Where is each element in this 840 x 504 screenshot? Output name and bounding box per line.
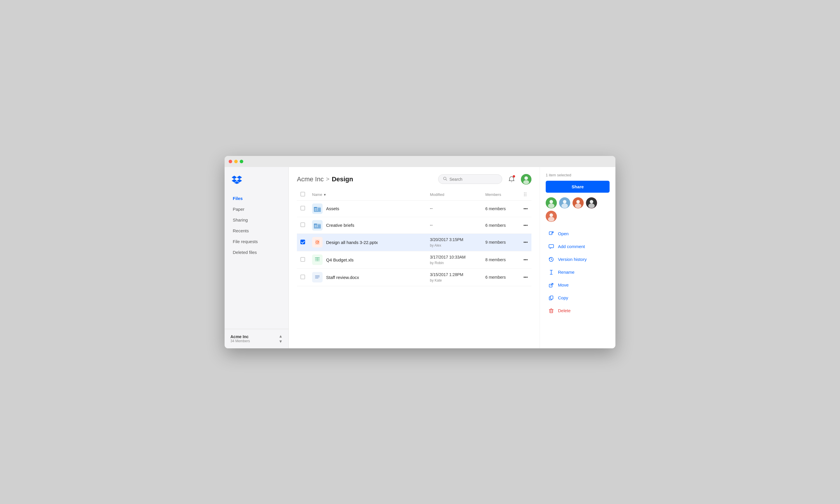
- svg-point-32: [548, 203, 555, 208]
- sidebar-item-deleted-files[interactable]: Deleted files: [229, 247, 284, 257]
- right-panel: 1 item selected Share: [540, 167, 615, 348]
- table-row[interactable]: Staff review.docx 3/15/2017 1:28PM by Ka…: [297, 268, 531, 286]
- row-options-icon[interactable]: •••: [524, 206, 528, 211]
- file-name-cell: Q4 Budget.xls: [312, 254, 423, 265]
- column-options-icon[interactable]: ⠿: [523, 192, 527, 198]
- copy-icon: [548, 295, 555, 301]
- row-options-icon[interactable]: •••: [524, 257, 528, 262]
- table-row[interactable]: Assets -- 6 members •••: [297, 200, 531, 217]
- sidebar-item-sharing[interactable]: Sharing: [229, 215, 284, 225]
- context-menu-open[interactable]: Open: [546, 228, 610, 240]
- svg-rect-53: [550, 296, 553, 299]
- app-body: Files Paper Sharing Recents File request…: [225, 167, 615, 348]
- sidebar-item-paper[interactable]: Paper: [229, 204, 284, 214]
- context-delete-label: Delete: [558, 308, 571, 313]
- svg-rect-46: [549, 245, 554, 248]
- file-members: 9 members: [485, 240, 506, 245]
- member-avatar-4[interactable]: [586, 197, 597, 209]
- file-modified: --: [430, 223, 433, 227]
- context-menu-rename[interactable]: Rename: [546, 266, 610, 278]
- svg-point-31: [549, 200, 553, 203]
- file-name-cell: Assets: [312, 203, 423, 214]
- row-checkbox-creative-briefs[interactable]: [300, 222, 305, 227]
- main-content: Acme Inc > Design: [289, 167, 540, 348]
- context-menu-delete[interactable]: Delete: [546, 305, 610, 317]
- share-button[interactable]: Share: [546, 181, 610, 193]
- file-modified: --: [430, 206, 433, 211]
- file-name-cell: Creative briefs: [312, 220, 423, 231]
- traffic-lights: [229, 160, 243, 163]
- table-row[interactable]: Design all hands 3-22.pptx 3/20/2017 3:1…: [297, 233, 531, 251]
- app-window: Files Paper Sharing Recents File request…: [225, 156, 615, 348]
- row-options-icon[interactable]: •••: [524, 275, 528, 280]
- row-options-icon[interactable]: •••: [524, 240, 528, 245]
- member-avatar-2[interactable]: [559, 197, 570, 209]
- context-menu-move[interactable]: Move: [546, 279, 610, 291]
- context-move-label: Move: [558, 283, 569, 287]
- file-name: Design all hands 3-22.pptx: [326, 240, 378, 245]
- select-all-checkbox[interactable]: [300, 192, 305, 196]
- row-checkbox-design-all-hands[interactable]: [300, 240, 305, 244]
- row-checkbox-q4-budget[interactable]: [300, 257, 305, 262]
- sidebar: Files Paper Sharing Recents File request…: [225, 167, 289, 348]
- breadcrumb-parent[interactable]: Acme Inc: [297, 176, 324, 183]
- workspace-name: Acme Inc: [230, 334, 250, 339]
- file-modified: 3/17/2017 10:33AM by Robin: [430, 254, 478, 266]
- sidebar-item-file-requests[interactable]: File requests: [229, 236, 284, 247]
- pptx-icon: [312, 237, 322, 248]
- table-row[interactable]: Q4 Budget.xls 3/17/2017 10:33AM by Robin: [297, 251, 531, 268]
- svg-rect-15: [315, 226, 316, 227]
- svg-point-20: [317, 242, 318, 243]
- nav-items: Files Paper Sharing Recents File request…: [225, 193, 288, 329]
- column-header-name[interactable]: Name ▼: [312, 192, 326, 197]
- file-name: Assets: [326, 206, 339, 211]
- context-menu: Open Add comment: [546, 228, 610, 317]
- member-avatar-3[interactable]: [573, 197, 584, 209]
- row-checkbox-assets[interactable]: [300, 206, 305, 211]
- member-avatar-1[interactable]: [546, 197, 557, 209]
- row-checkbox-staff-review[interactable]: [300, 275, 305, 279]
- file-name-cell: Design all hands 3-22.pptx: [312, 237, 423, 248]
- minimize-button[interactable]: [234, 160, 238, 163]
- context-menu-add-comment[interactable]: Add comment: [546, 240, 610, 253]
- row-options-icon[interactable]: •••: [524, 223, 528, 228]
- file-table: Name ▼ Modified Members ⠿: [297, 189, 531, 286]
- member-avatar-5[interactable]: [546, 211, 557, 222]
- svg-point-38: [575, 203, 581, 208]
- search-box[interactable]: [438, 174, 502, 184]
- table-row[interactable]: Creative briefs -- 6 members •••: [297, 217, 531, 233]
- file-list-container: Name ▼ Modified Members ⠿: [289, 184, 540, 348]
- breadcrumb: Acme Inc > Design: [297, 176, 353, 183]
- context-version-history-label: Version history: [558, 257, 587, 262]
- context-menu-copy[interactable]: Copy: [546, 292, 610, 304]
- file-members: 6 members: [485, 275, 506, 280]
- sidebar-item-recents[interactable]: Recents: [229, 226, 284, 236]
- dropbox-logo: [232, 175, 242, 184]
- notification-button[interactable]: [506, 174, 517, 184]
- sort-arrow-icon: ▼: [323, 193, 326, 196]
- sidebar-item-files[interactable]: Files: [229, 193, 284, 203]
- svg-point-4: [523, 180, 529, 184]
- svg-rect-9: [315, 210, 316, 211]
- file-members: 6 members: [485, 206, 506, 211]
- svg-rect-7: [315, 208, 316, 209]
- maximize-button[interactable]: [240, 160, 243, 163]
- folder-icon: [312, 220, 322, 231]
- file-name-cell: Staff review.docx: [312, 272, 423, 283]
- context-add-comment-label: Add comment: [558, 244, 585, 249]
- search-input[interactable]: [450, 177, 497, 182]
- notification-badge: [513, 175, 515, 178]
- logo-area: [225, 175, 288, 193]
- file-members: 8 members: [485, 257, 506, 262]
- context-menu-version-history[interactable]: Version history: [546, 253, 610, 266]
- svg-rect-54: [550, 310, 553, 313]
- user-avatar[interactable]: [521, 174, 531, 184]
- workspace-chevron-buttons[interactable]: ▲ ▼: [279, 334, 283, 344]
- close-button[interactable]: [229, 160, 232, 163]
- svg-point-40: [590, 200, 593, 203]
- external-link-icon: [548, 231, 555, 237]
- folder-icon: [312, 203, 322, 214]
- file-modified: 3/15/2017 1:28PM by Kate: [430, 272, 478, 283]
- xlsx-icon: [312, 254, 322, 265]
- file-name: Creative briefs: [326, 223, 354, 228]
